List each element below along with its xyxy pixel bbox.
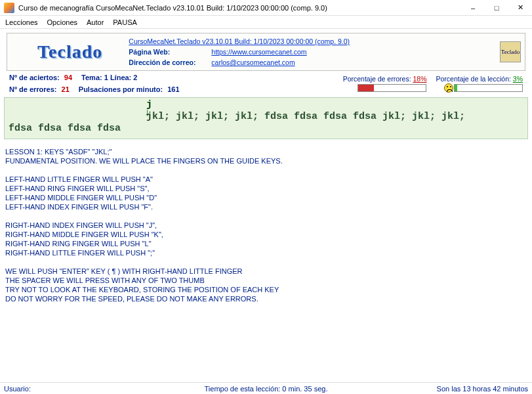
lesson-bar [454,84,523,92]
header-panel: Teclado CursoMecaNet.Teclado v23.10.01 B… [7,33,525,71]
close-button[interactable]: ✕ [508,0,532,16]
menu-lecciones[interactable]: Lecciones [5,18,38,26]
window-title: Curso de mecanografía CursoMecaNet.Tecla… [18,4,461,12]
sad-face-icon [444,83,453,93]
status-time: Tiempo de esta lección: 0 min. 35 seg. [205,385,328,393]
logo: Teclado [11,41,129,62]
lesson-pct-value: 3% [513,75,523,83]
ppm-label: Pulsaciones por minuto: [79,85,163,93]
menubar: Lecciones Opciones Autor PAUSA [0,16,532,29]
mail-label: Dirección de correo: [129,57,207,68]
header-app-icon: Teclado [500,41,521,62]
status-clock: Son las 13 horas 42 minutos [437,385,528,393]
minimize-button[interactable]: – [461,0,485,16]
typing-line-1: jkl; jkl; jkl; jkl; fdsa fdsa fdsa fdsa … [9,111,523,123]
lesson-text: LESSON 1: KEYS "ASDF" "JKL;" FUNDAMENTAL… [0,142,532,309]
web-label: Página Web: [129,47,207,57]
errores-value: 21 [62,85,70,93]
error-bar [358,84,426,92]
menu-autor[interactable]: Autor [87,18,104,26]
menu-pausa[interactable]: PAUSA [113,18,136,26]
stats-row: Nº de aciertos: 94 Tema: 1 Línea: 2 Nº d… [0,74,532,93]
lesson-percentage-block: Porcentaje de la lección: 3% [436,75,523,92]
maximize-button[interactable]: □ [485,0,508,16]
error-pct-value: 18% [413,75,426,83]
errores-label: Nº de errores: [9,85,57,93]
title-link[interactable]: CursoMecaNet.Teclado v23.10.01 Build: 1/… [129,36,350,47]
menu-opciones[interactable]: Opciones [47,18,77,26]
aciertos-label: Nº de aciertos: [9,74,60,81]
app-icon [4,3,14,13]
typing-line-2: fdsa fdsa fdsa fdsa [9,123,523,135]
tema-label: Tema: 1 Línea: 2 [81,74,137,81]
web-link[interactable]: https://www.cursomecanet.com [211,47,306,57]
error-percentage-block: Porcentaje de errores: 18% [343,75,427,92]
mail-link[interactable]: carlos@cursomecanet.com [211,57,295,68]
aciertos-value: 94 [64,74,72,81]
typing-area[interactable]: j ↓ jkl; jkl; jkl; jkl; fdsa fdsa fdsa f… [4,97,528,139]
down-arrow-icon: ↓ [144,107,151,120]
window-titlebar: Curso de mecanografía CursoMecaNet.Tecla… [0,0,532,16]
status-user: Usuario: [4,385,31,393]
statusbar: Usuario: Tiempo de esta lección: 0 min. … [0,382,532,394]
ppm-value: 161 [167,85,179,93]
